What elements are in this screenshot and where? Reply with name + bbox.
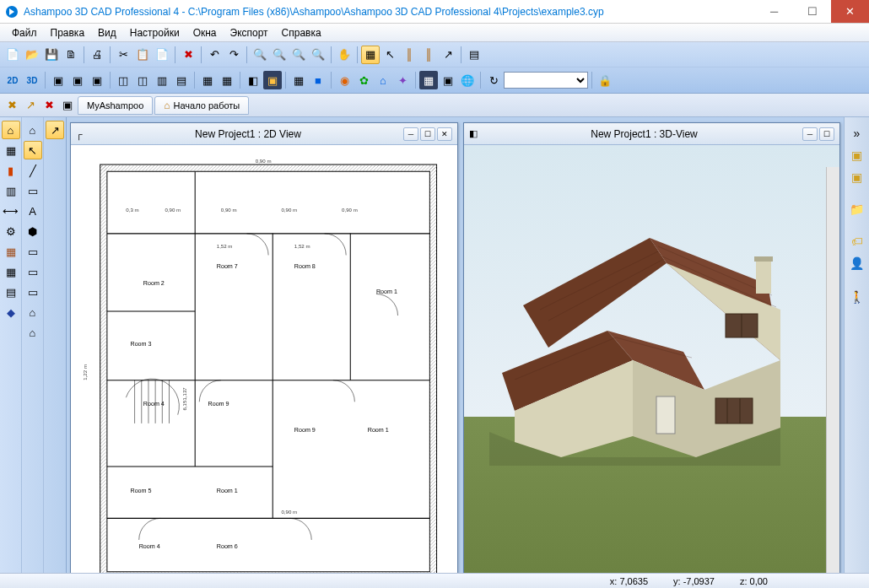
render-icon[interactable]: ▣: [263, 71, 282, 89]
cursor-icon[interactable]: ↖: [381, 46, 399, 64]
zoomfit-icon[interactable]: 🔍: [309, 46, 327, 64]
3d-vscrollbar[interactable]: [826, 167, 839, 588]
zoomout-icon[interactable]: 🔍: [289, 46, 308, 64]
folder-icon[interactable]: 📁: [848, 200, 866, 218]
vtool-dim-icon[interactable]: ⟷: [2, 202, 20, 220]
panel1-icon[interactable]: ▣: [848, 146, 866, 165]
vtool-home2-icon[interactable]: ⌂: [24, 303, 42, 321]
vtool-grid-icon[interactable]: ▦: [2, 141, 20, 159]
snap-icon[interactable]: ↗: [439, 46, 457, 64]
hand-icon[interactable]: ✋: [335, 46, 354, 64]
tool-x4-icon[interactable]: ▣: [59, 97, 76, 114]
menu-settings[interactable]: Настройки: [123, 25, 186, 40]
vtool-window-icon[interactable]: ▥: [2, 181, 20, 200]
new-icon[interactable]: 📄: [3, 46, 22, 64]
window4-icon[interactable]: ▤: [172, 71, 191, 89]
vtool-rect-icon[interactable]: ▭: [24, 181, 42, 200]
vtool-texture-icon[interactable]: ▦: [2, 242, 20, 261]
vtool-line-icon[interactable]: ╱: [24, 161, 42, 180]
2d-close-button[interactable]: ✕: [437, 127, 452, 141]
vtool-text-icon[interactable]: A: [24, 202, 42, 220]
expand-icon[interactable]: »: [848, 124, 866, 143]
obj2-icon[interactable]: ✿: [354, 71, 373, 89]
3d-maximize-button[interactable]: ☐: [819, 127, 834, 141]
mode1-icon[interactable]: ▦: [419, 71, 438, 89]
zoom-icon[interactable]: 🔍: [251, 46, 269, 64]
menu-file[interactable]: Файл: [5, 25, 44, 40]
figure-icon[interactable]: 🚶: [848, 288, 866, 306]
grid-icon[interactable]: ▦: [361, 46, 380, 64]
copy-icon[interactable]: 📋: [133, 46, 152, 64]
cut-icon[interactable]: ✂: [114, 46, 132, 64]
vtool-box-icon[interactable]: ▭: [24, 242, 42, 261]
vtool-gear-icon[interactable]: ⚙: [2, 222, 20, 240]
vtool-arrow2-icon[interactable]: ↗: [46, 121, 64, 139]
window1-icon[interactable]: ◫: [114, 71, 132, 89]
minimize-button[interactable]: ─: [755, 0, 793, 23]
undo-icon[interactable]: ↶: [205, 46, 224, 64]
menu-help[interactable]: Справка: [275, 25, 328, 40]
cube-icon[interactable]: ◧: [244, 71, 262, 89]
paste-icon[interactable]: 📄: [153, 46, 171, 64]
vtool-box2-icon[interactable]: ▭: [24, 262, 42, 281]
tool-x2-icon[interactable]: ↗: [22, 97, 39, 114]
menu-windows[interactable]: Окна: [186, 25, 224, 40]
window2-icon[interactable]: ◫: [133, 71, 152, 89]
panel2-icon[interactable]: ▣: [848, 168, 866, 186]
globe-icon[interactable]: 🌐: [458, 71, 477, 89]
ruler1-icon[interactable]: ║: [400, 46, 418, 64]
print-icon[interactable]: 🖨: [88, 46, 106, 64]
person-icon[interactable]: 👤: [848, 254, 866, 272]
refresh-icon[interactable]: ↻: [484, 71, 503, 89]
saveas-icon[interactable]: 🗎: [62, 46, 80, 64]
view-c-icon[interactable]: ▣: [88, 71, 106, 89]
tool-x1-icon[interactable]: ✖: [3, 97, 20, 114]
window3-icon[interactable]: ▥: [153, 71, 171, 89]
tool-x3-icon[interactable]: ✖: [40, 97, 57, 114]
view-b-icon[interactable]: ▣: [68, 71, 87, 89]
layer-combo[interactable]: [504, 72, 588, 89]
tab-myashampoo[interactable]: MyAshampoo: [78, 96, 153, 115]
2d-canvas[interactable]: Room 2 Room 3 Room 7 Room 8 Room 1 Room …: [71, 145, 457, 588]
vtool-select-icon[interactable]: ↖: [24, 141, 42, 159]
close-button[interactable]: ✕: [831, 0, 869, 23]
2d-minimize-button[interactable]: ─: [403, 127, 418, 141]
layer3-icon[interactable]: ▦: [218, 71, 236, 89]
2d-maximize-button[interactable]: ☐: [420, 127, 435, 141]
vtool-doc-icon[interactable]: ▤: [2, 283, 20, 301]
obj3-icon[interactable]: ⌂: [374, 71, 392, 89]
menu-edit[interactable]: Правка: [44, 25, 92, 40]
mat1-icon[interactable]: ▦: [289, 71, 308, 89]
save-icon[interactable]: 💾: [42, 46, 61, 64]
3d-toggle[interactable]: 3D: [23, 76, 41, 85]
tag-icon[interactable]: 🏷: [848, 232, 866, 251]
open-icon[interactable]: 📂: [23, 46, 41, 64]
2d-toggle[interactable]: 2D: [3, 76, 22, 85]
layer2-icon[interactable]: ▦: [198, 71, 217, 89]
obj4-icon[interactable]: ✦: [393, 71, 412, 89]
vtool-cube-icon[interactable]: ◆: [2, 303, 20, 321]
vtool-roof-icon[interactable]: ⌂: [24, 121, 42, 139]
view-a-icon[interactable]: ▣: [49, 71, 67, 89]
fill-icon[interactable]: ■: [309, 71, 327, 89]
vtool-home-icon[interactable]: ⌂: [2, 121, 20, 139]
redo-icon[interactable]: ↷: [224, 46, 243, 64]
obj1-icon[interactable]: ◉: [335, 71, 354, 89]
ruler2-icon[interactable]: ║: [419, 46, 438, 64]
delete-icon[interactable]: ✖: [179, 46, 197, 64]
maximize-button[interactable]: ☐: [793, 0, 831, 23]
menu-view[interactable]: Вид: [91, 25, 123, 40]
mode2-icon[interactable]: ▣: [439, 71, 457, 89]
zoomin-icon[interactable]: 🔍: [270, 46, 289, 64]
vtool-box3-icon[interactable]: ▭: [24, 283, 42, 301]
3d-canvas[interactable]: [464, 145, 839, 588]
vtool-home3-icon[interactable]: ⌂: [24, 323, 42, 342]
menu-export[interactable]: Экспорт: [224, 25, 275, 40]
3d-minimize-button[interactable]: ─: [802, 127, 818, 141]
vtool-3d-icon[interactable]: ⬢: [24, 222, 42, 240]
vtool-grid2-icon[interactable]: ▦: [2, 262, 20, 281]
vtool-wall-icon[interactable]: ▮: [2, 161, 20, 180]
lock-icon[interactable]: 🔒: [596, 71, 614, 89]
layer-icon[interactable]: ▤: [465, 46, 483, 64]
tab-start[interactable]: ⌂ Начало работы: [154, 96, 249, 115]
